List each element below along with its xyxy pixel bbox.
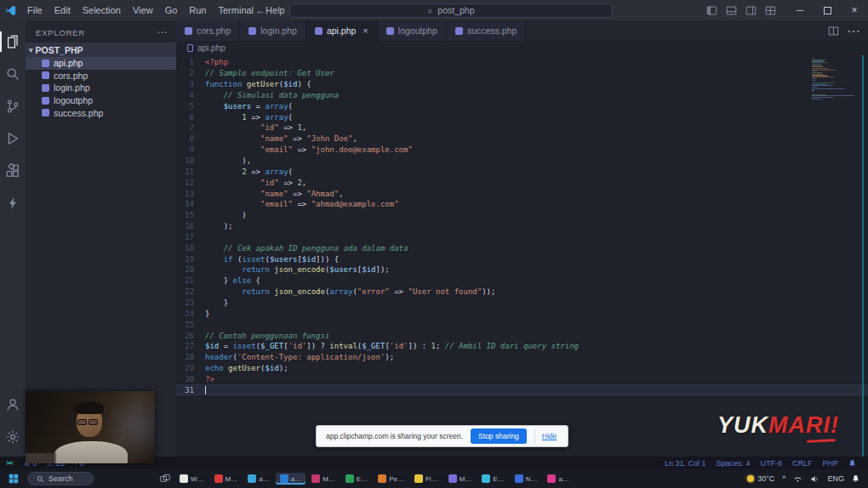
- code-line-25[interactable]: 25: [176, 319, 868, 330]
- tab-close-icon[interactable]: ×: [363, 26, 368, 36]
- file-item-logoutphp[interactable]: logoutphp: [26, 94, 176, 107]
- customize-layout-icon[interactable]: [765, 5, 776, 16]
- taskbar-app-4[interactable]: a…: [276, 473, 306, 485]
- thunder-client-icon[interactable]: [0, 187, 26, 219]
- code-line-23[interactable]: 23 }: [176, 298, 868, 309]
- wifi-icon[interactable]: [793, 475, 802, 483]
- code-line-9[interactable]: 9 "email" => "john.doe@example.com": [176, 145, 868, 156]
- cursor-position[interactable]: Ln 31, Col 1: [660, 457, 711, 469]
- code-line-5[interactable]: 5 $users = array(: [176, 100, 868, 111]
- code-line-7[interactable]: 7 "id" => 1,: [176, 122, 868, 133]
- file-item-cors.php[interactable]: cors.php: [26, 70, 176, 82]
- menu-item-view[interactable]: View: [127, 3, 159, 18]
- taskbar-app-7[interactable]: Pe…: [374, 473, 408, 485]
- history-back-icon[interactable]: ←: [255, 4, 266, 16]
- taskbar-app-2[interactable]: M…: [210, 473, 243, 485]
- code-line-1[interactable]: 1<?php: [176, 57, 868, 68]
- menu-item-run[interactable]: Run: [183, 3, 212, 18]
- code-line-31[interactable]: 31: [176, 384, 868, 395]
- indentation-setting[interactable]: Spaces: 4: [711, 457, 755, 469]
- code-line-27[interactable]: 27$id = isset($_GET['id']) ? intval($_GE…: [176, 341, 868, 352]
- toggle-secondary-sidebar-icon[interactable]: [745, 5, 757, 16]
- code-line-21[interactable]: 21 } else {: [176, 275, 868, 287]
- explorer-icon[interactable]: [0, 26, 26, 58]
- webcam-overlay[interactable]: [26, 391, 155, 463]
- file-item-login.php[interactable]: login.php: [26, 82, 176, 94]
- code-line-17[interactable]: 17: [176, 232, 868, 243]
- code-line-15[interactable]: 15 ): [176, 210, 868, 221]
- code-line-10[interactable]: 10 ),: [176, 156, 868, 167]
- code-line-6[interactable]: 6 1 => array(: [176, 111, 868, 122]
- tab-cors.php[interactable]: cors.php: [176, 20, 240, 41]
- tab-login.php[interactable]: login.php: [240, 20, 306, 41]
- eol-setting[interactable]: CRLF: [787, 457, 818, 469]
- task-view-icon[interactable]: [160, 474, 170, 484]
- code-line-24[interactable]: 24}: [176, 308, 868, 319]
- code-line-11[interactable]: 11 2 => array(: [176, 166, 868, 177]
- stop-sharing-button[interactable]: Stop sharing: [471, 428, 527, 444]
- close-button[interactable]: ×: [841, 0, 868, 20]
- code-line-22[interactable]: 22 return json_encode(array("error" => "…: [176, 287, 868, 298]
- taskbar-app-3[interactable]: a…: [243, 473, 273, 485]
- settings-gear-icon[interactable]: [0, 421, 26, 453]
- tab-api.php[interactable]: api.php×: [306, 20, 378, 41]
- minimap[interactable]: [812, 58, 856, 103]
- menu-item-terminal[interactable]: Terminal: [213, 3, 260, 18]
- hide-share-bar-link[interactable]: Hide: [534, 428, 563, 444]
- code-line-28[interactable]: 28header('Content-Type: application/json…: [176, 352, 868, 363]
- keyboard-language[interactable]: ENG: [827, 474, 844, 483]
- command-center-search[interactable]: ⌕ post_php: [289, 3, 613, 18]
- file-item-api.php[interactable]: api.php: [26, 57, 176, 70]
- taskbar-app-6[interactable]: E…: [341, 473, 372, 485]
- tab-logoutphp[interactable]: logoutphp: [378, 20, 447, 41]
- taskbar-search[interactable]: Search: [27, 472, 94, 485]
- maximize-button[interactable]: [814, 0, 841, 20]
- code-line-26[interactable]: 26// Contoh penggunaan fungsi: [176, 330, 868, 341]
- taskbar-app-8[interactable]: Fi…: [410, 473, 443, 485]
- search-sidebar-icon[interactable]: [0, 58, 26, 90]
- code-line-13[interactable]: 13 "name" => "Ahmad",: [176, 188, 868, 199]
- code-line-30[interactable]: 30?>: [176, 373, 868, 384]
- history-forward-icon[interactable]: →: [272, 4, 283, 16]
- tab-success.php[interactable]: success.php: [447, 20, 526, 41]
- start-button-icon[interactable]: [5, 474, 22, 484]
- toggle-panel-icon[interactable]: [726, 5, 737, 16]
- menu-item-file[interactable]: File: [21, 3, 49, 18]
- sidebar-actions-icon[interactable]: ⋯: [157, 26, 168, 38]
- notification-center-icon[interactable]: [852, 474, 859, 483]
- encoding-setting[interactable]: UTF-8: [755, 457, 787, 469]
- weather-widget[interactable]: 30°C: [747, 474, 774, 483]
- menu-item-selection[interactable]: Selection: [77, 3, 127, 18]
- tray-overflow-icon[interactable]: ^: [782, 474, 785, 483]
- volume-icon[interactable]: [810, 475, 819, 483]
- code-line-19[interactable]: 19 if (isset($users[$id])) {: [176, 253, 868, 264]
- taskbar-app-12[interactable]: a…: [543, 473, 573, 485]
- toggle-sidebar-icon[interactable]: [706, 5, 717, 16]
- run-debug-icon[interactable]: [0, 122, 26, 155]
- taskbar-app-5[interactable]: M…: [307, 473, 340, 485]
- code-line-3[interactable]: 3function getUser($id) {: [176, 79, 868, 90]
- account-icon[interactable]: [0, 389, 26, 421]
- folder-post-php[interactable]: ▾ POST_PHP: [26, 43, 176, 57]
- taskbar-app-1[interactable]: W…: [175, 473, 208, 485]
- code-line-29[interactable]: 29echo getUser($id);: [176, 363, 868, 374]
- code-line-16[interactable]: 16 );: [176, 221, 868, 232]
- taskbar-app-11[interactable]: N…: [511, 473, 542, 485]
- split-editor-icon[interactable]: [828, 26, 839, 37]
- extensions-icon[interactable]: [0, 155, 26, 187]
- menu-item-go[interactable]: Go: [159, 3, 184, 18]
- menu-item-edit[interactable]: Edit: [49, 3, 77, 18]
- code-line-12[interactable]: 12 "id" => 2,: [176, 177, 868, 188]
- code-line-8[interactable]: 8 "name" => "John Doe",: [176, 133, 868, 145]
- code-line-4[interactable]: 4 // Simulasi data pengguna: [176, 90, 868, 101]
- more-actions-icon[interactable]: ⋯: [847, 23, 860, 39]
- code-line-2[interactable]: 2// Sample endpoint: Get User: [176, 68, 868, 79]
- breadcrumb[interactable]: api.php: [176, 41, 868, 55]
- code-line-20[interactable]: 20 return json_encode($users[$id]);: [176, 264, 868, 275]
- overview-ruler[interactable]: [862, 55, 864, 457]
- notifications-bell-icon[interactable]: [843, 457, 861, 469]
- code-line-18[interactable]: 18 // Cek apakah ID pengguna ada dalam d…: [176, 242, 868, 253]
- file-item-success.php[interactable]: success.php: [26, 106, 176, 119]
- taskbar-app-10[interactable]: E…: [477, 473, 508, 485]
- remote-indicator-icon[interactable]: ><: [0, 457, 19, 469]
